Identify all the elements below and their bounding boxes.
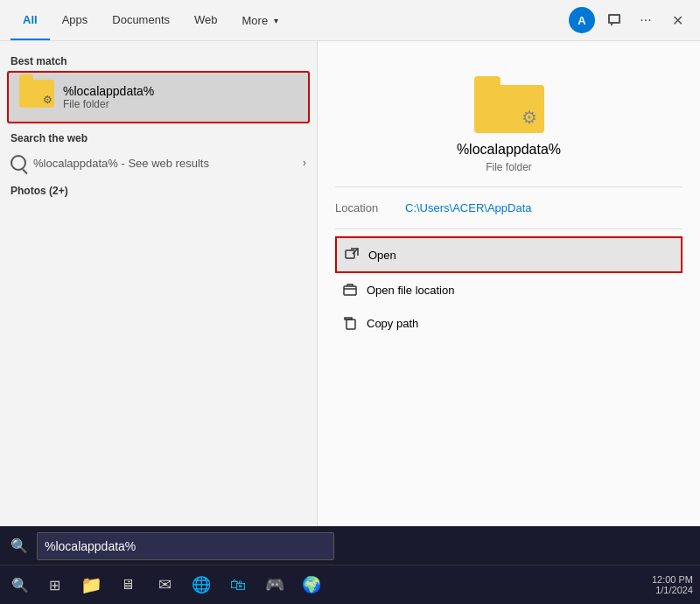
svg-rect-2 <box>346 320 355 329</box>
content-area: Best match ⚙ %localappdata% File folder … <box>0 41 700 526</box>
tab-apps[interactable]: Apps <box>50 0 101 40</box>
chevron-down-icon: ▾ <box>274 16 278 25</box>
web-result-item[interactable]: %localappdata% - See web results › <box>0 148 317 178</box>
photos-label: Photos (2+) <box>0 178 317 200</box>
close-icon: ✕ <box>672 12 683 29</box>
action-open-file-location-label: Open file location <box>367 284 454 297</box>
search-input[interactable] <box>37 532 334 560</box>
location-label: Location <box>335 201 405 214</box>
web-result-text: %localappdata% - See web results <box>33 157 209 170</box>
action-open-label: Open <box>368 249 396 262</box>
time: 12:00 PM <box>652 574 693 585</box>
best-match-name: %localappdata% <box>63 84 154 98</box>
open-icon <box>344 247 360 263</box>
result-name: %localappdata% <box>457 142 561 158</box>
folder-body: ⚙ <box>474 85 544 133</box>
action-copy-path[interactable]: Copy path <box>335 306 682 340</box>
taskbar-right: 12:00 PM 1/1/2024 <box>652 574 693 595</box>
gear-icon: ⚙ <box>43 94 52 106</box>
chevron-right-icon: › <box>303 157 306 169</box>
taskbar-search-icon[interactable]: 🔍 <box>7 572 33 598</box>
tab-web[interactable]: Web <box>182 0 230 40</box>
gear-large-icon: ⚙ <box>522 107 537 128</box>
taskbar-folder-icon[interactable]: 📁 <box>75 569 107 600</box>
taskbar-widgets-icon[interactable]: ⊞ <box>38 569 70 600</box>
tabs-left: All Apps Documents Web More ▾ <box>10 0 290 40</box>
tab-all-label: All <box>23 13 38 26</box>
date: 1/1/2024 <box>652 585 693 595</box>
folder-tab <box>474 76 500 85</box>
tab-more[interactable]: More ▾ <box>230 0 291 40</box>
best-match-info: %localappdata% File folder <box>63 84 154 110</box>
tabs-right: A ··· ✕ <box>569 7 690 33</box>
action-open-file-location[interactable]: Open file location <box>335 273 682 306</box>
tab-apps-label: Apps <box>62 13 88 26</box>
taskbar-chrome-icon[interactable]: 🌍 <box>296 569 327 600</box>
taskbar-edge-icon[interactable]: 🌐 <box>186 569 217 600</box>
folder-icon: ⚙ <box>19 80 54 108</box>
taskbar-pc-icon[interactable]: 🖥 <box>112 569 144 600</box>
svg-rect-1 <box>344 286 356 295</box>
ellipsis-icon: ··· <box>640 12 651 28</box>
tabs-bar: All Apps Documents Web More ▾ A <box>0 0 700 41</box>
taskbar-mail-icon[interactable]: ✉ <box>149 569 180 600</box>
best-match-folder-icon: ⚙ <box>19 80 54 115</box>
result-detail: ⚙ %localappdata% File folder <box>335 59 682 187</box>
tab-documents-label: Documents <box>112 13 170 26</box>
best-match-type: File folder <box>63 98 154 110</box>
result-info: Location C:\Users\ACER\AppData <box>335 187 682 229</box>
taskbar: 🔍 ⊞ 📁 🖥 ✉ 🌐 🛍 🎮 🌍 12:00 PM 1/1/2024 <box>0 565 700 604</box>
search-icon <box>10 155 26 171</box>
feedback-button[interactable] <box>602 8 626 32</box>
web-search-label: Search the web <box>0 123 317 148</box>
more-options-button[interactable]: ··· <box>634 8 658 32</box>
search-icon-bottom: 🔍 <box>10 537 28 554</box>
avatar-label: A <box>578 14 585 27</box>
right-panel: ⚙ %localappdata% File folder Location C:… <box>318 41 700 526</box>
taskbar-xbox-icon[interactable]: 🎮 <box>259 569 290 600</box>
tab-web-label: Web <box>194 13 218 26</box>
actions-list: Open Open file location <box>335 229 682 340</box>
best-match-item[interactable]: ⚙ %localappdata% File folder <box>7 71 310 123</box>
location-row: Location C:\Users\ACER\AppData <box>335 198 682 218</box>
system-clock: 12:00 PM 1/1/2024 <box>652 574 693 595</box>
web-result-left: %localappdata% - See web results <box>10 155 209 171</box>
open-file-location-icon <box>342 282 358 298</box>
action-copy-path-label: Copy path <box>367 317 418 330</box>
action-open[interactable]: Open <box>335 236 682 273</box>
best-match-label: Best match <box>0 50 317 71</box>
tab-all[interactable]: All <box>10 0 50 40</box>
result-type: File folder <box>486 161 532 173</box>
large-folder-icon: ⚙ <box>474 76 544 133</box>
left-panel: Best match ⚙ %localappdata% File folder … <box>0 41 318 526</box>
copy-path-icon <box>342 315 358 331</box>
tab-documents[interactable]: Documents <box>100 0 182 40</box>
close-button[interactable]: ✕ <box>665 8 690 32</box>
avatar[interactable]: A <box>569 7 595 33</box>
taskbar-store-icon[interactable]: 🛍 <box>222 569 254 600</box>
search-bar: 🔍 <box>0 526 700 565</box>
location-value[interactable]: C:\Users\ACER\AppData <box>405 201 532 214</box>
tab-more-label: More <box>242 14 269 27</box>
